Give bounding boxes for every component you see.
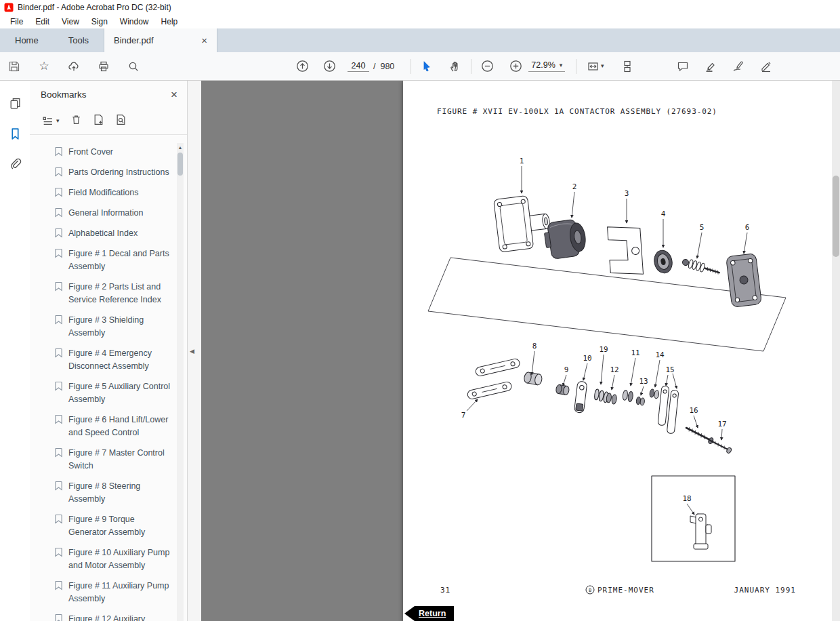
hand-tool-icon (449, 60, 461, 73)
save-button[interactable] (5, 58, 23, 75)
page-up-icon (296, 60, 309, 73)
bookmark-item[interactable]: Figure # 10 Auxiliary Pump and Motor Ass… (54, 546, 171, 572)
bookmark-label: Figure # 2 Parts List and Service Refere… (68, 281, 171, 306)
scrolling-mode-button[interactable] (618, 58, 636, 75)
bookmark-item[interactable]: Figure # 4 Emergency Disconnect Assembly (54, 347, 171, 373)
bookmark-ribbon-icon (54, 447, 63, 458)
sign-button[interactable] (730, 58, 747, 75)
part-number-label: 3 (625, 189, 629, 198)
menu-item-view[interactable]: View (56, 17, 85, 26)
page-number-input[interactable]: 240 (348, 61, 369, 72)
tab-close-icon[interactable]: × (201, 35, 207, 45)
bookmarks-scrollbar[interactable]: ▲ (177, 143, 184, 621)
part-number-label: 7 (461, 411, 466, 420)
fit-width-icon (587, 60, 601, 73)
document-area: FIGURE # XVII EV-100LX 1A CONTACTOR ASSE… (201, 81, 840, 621)
add-bookmark-button[interactable] (93, 114, 104, 128)
document-scrollbar-thumb[interactable] (833, 176, 839, 257)
bookmarks-panel-button[interactable] (6, 125, 24, 142)
bookmark-item[interactable]: Figure # 6 Hand Lift/Lower and Speed Con… (54, 414, 171, 439)
bookmark-label: Figure # 8 Steering Assembly (68, 480, 171, 506)
bookmark-item[interactable]: Parts Ordering Instructions (54, 166, 171, 179)
bookmark-item[interactable]: Figure # 7 Master Control Switch (54, 447, 171, 473)
bookmarks-scrollbar-thumb[interactable] (177, 153, 183, 176)
bookmark-item[interactable]: Figure # 11 Auxiliary Pump Assembly (54, 580, 171, 605)
bookmark-item[interactable]: Front Cover (54, 146, 171, 159)
page-thumbnails-button[interactable] (6, 94, 24, 112)
bookmark-item[interactable]: Figure # 2 Parts List and Service Refere… (54, 281, 171, 306)
document-scrollbar[interactable] (832, 81, 840, 621)
tab-tools[interactable]: Tools (54, 28, 104, 52)
bookmark-item[interactable]: Figure # 12 Auxiliary (54, 613, 171, 621)
brand-name: PRIME-MOVER (597, 586, 654, 595)
exploded-diagram: FIGURE # XVII EV-100LX 1A CONTACTOR ASSE… (403, 81, 832, 621)
bookmark-ribbon-icon (54, 414, 63, 424)
bookmark-item[interactable]: Figure # 8 Steering Assembly (54, 480, 171, 506)
panel-splitter[interactable]: ◀ (188, 81, 201, 621)
menu-item-help[interactable]: Help (155, 17, 184, 26)
part-number-label: 19 (599, 345, 608, 354)
bookmark-item[interactable]: Figure # 1 Decal and Parts Assembly (54, 247, 171, 273)
tab-home[interactable]: Home (0, 28, 54, 52)
bookmark-item[interactable]: Figure # 3 Shielding Assembly (54, 314, 171, 340)
bookmark-ribbon-icon (54, 580, 63, 590)
select-tool-button[interactable] (418, 58, 436, 75)
return-button[interactable]: Return (404, 606, 454, 621)
chevron-down-icon: ▾ (56, 118, 60, 124)
workspace: Bookmarks × ▾ (0, 81, 840, 621)
bookmark-item[interactable]: Alphabetical Index (54, 227, 171, 240)
part-number-label: 17 (717, 420, 726, 428)
page-down-icon (323, 60, 336, 73)
menu-item-window[interactable]: Window (114, 17, 155, 26)
bookmarks-panel-toolbar: ▾ (30, 108, 187, 135)
fill-sign-button[interactable] (757, 58, 775, 75)
zoom-in-button[interactable] (507, 58, 524, 75)
bookmark-label: Figure # 10 Auxiliary Pump and Motor Ass… (68, 546, 171, 572)
bookmark-ribbon-icon (54, 207, 63, 218)
part-number-label: 5 (700, 223, 705, 232)
bookmark-label: Figure # 6 Hand Lift/Lower and Speed Con… (68, 414, 171, 439)
zoom-out-button[interactable] (478, 58, 496, 75)
part-number-label: 8 (532, 342, 537, 350)
bookmark-item[interactable]: Figure # 5 Auxiliary Control Assembly (54, 380, 171, 406)
collapse-panel-icon[interactable]: ◀ (190, 348, 194, 355)
bookmark-item[interactable]: General Information (54, 207, 171, 220)
hand-tool-button[interactable] (446, 58, 464, 75)
highlight-icon (705, 60, 717, 73)
continuous-scroll-icon (621, 60, 633, 73)
bookmark-label: Figure # 9 Torque Generator Assembly (68, 513, 171, 539)
bookmark-ribbon-icon (54, 381, 63, 391)
highlight-button[interactable] (702, 58, 719, 75)
zoom-level-dropdown[interactable]: 72.9% ▾ (528, 60, 565, 72)
bookmark-item[interactable]: Field Modifications (54, 186, 171, 199)
scroll-up-icon[interactable]: ▲ (177, 143, 184, 150)
panel-close-icon[interactable]: × (171, 89, 177, 100)
part-number-label: 1 (520, 157, 524, 165)
previous-page-button[interactable] (293, 58, 311, 75)
share-cloud-icon (68, 60, 80, 73)
acrobat-logo-icon (4, 3, 14, 12)
menu-item-edit[interactable]: Edit (29, 17, 56, 26)
part-number-label: 11 (631, 348, 639, 357)
print-button[interactable] (95, 58, 112, 75)
fit-width-button[interactable]: ▾ (583, 58, 608, 75)
tab-document[interactable]: Binder.pdf × (104, 28, 217, 52)
menu-item-file[interactable]: File (4, 17, 29, 26)
menu-item-sign[interactable]: Sign (85, 17, 114, 26)
search-button[interactable] (125, 58, 142, 75)
add-bookmark-icon (93, 114, 104, 125)
page-count-label: / 980 (373, 62, 394, 71)
next-page-button[interactable] (320, 58, 338, 75)
find-current-bookmark-button[interactable] (115, 114, 127, 128)
comment-button[interactable] (674, 58, 692, 75)
bookmark-ribbon-icon (54, 281, 63, 292)
delete-bookmark-button[interactable] (70, 114, 82, 128)
attachments-button[interactable] (6, 155, 24, 173)
share-button[interactable] (65, 58, 83, 75)
bookmark-item[interactable]: Figure # 9 Torque Generator Assembly (54, 513, 171, 539)
bookmark-label: Figure # 12 Auxiliary (68, 613, 171, 621)
bookmark-options-button[interactable]: ▾ (42, 115, 60, 127)
bookmarks-panel-header: Bookmarks × (30, 81, 187, 108)
zoom-out-icon (481, 60, 494, 73)
star-button[interactable]: ☆ (35, 58, 53, 75)
